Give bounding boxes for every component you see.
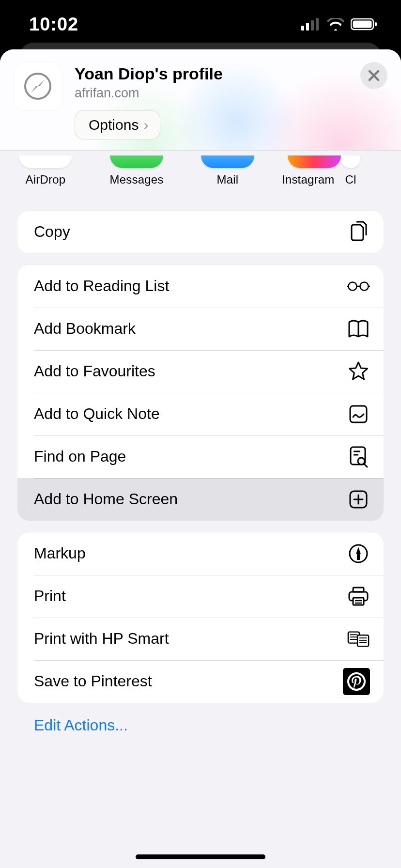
action-label: Markup	[34, 544, 86, 562]
hp-print-icon	[347, 627, 370, 651]
options-button[interactable]: Options ›	[75, 110, 160, 140]
action-save-pinterest[interactable]: Save to Pinterest	[17, 660, 384, 703]
action-label: Print with HP Smart	[34, 630, 169, 648]
svg-point-10	[348, 282, 356, 290]
share-target-more[interactable]: Cl	[336, 155, 365, 186]
battery-icon	[351, 18, 378, 31]
action-add-favourites[interactable]: Add to Favourites	[17, 350, 384, 393]
edit-actions-button[interactable]: Edit Actions...	[0, 708, 401, 734]
share-app-row[interactable]: AirDrop Messages Mail Instagram Cl	[0, 151, 401, 199]
printer-icon	[347, 585, 370, 608]
app-label: Instagram	[282, 173, 335, 186]
cellular-icon	[301, 18, 321, 31]
action-label: Add Bookmark	[34, 320, 136, 338]
pinterest-icon	[343, 668, 370, 695]
action-print[interactable]: Print	[17, 575, 384, 618]
mail-icon	[201, 155, 254, 168]
share-header: Yoan Diop's profile afrifan.com Options …	[0, 49, 401, 151]
action-add-bookmark[interactable]: Add Bookmark	[17, 308, 384, 350]
action-find-on-page[interactable]: Find on Page	[17, 435, 384, 478]
quick-note-icon	[347, 403, 370, 426]
svg-rect-5	[353, 21, 372, 28]
action-label: Add to Quick Note	[34, 405, 160, 423]
svg-rect-0	[301, 26, 304, 31]
svg-marker-9	[31, 86, 38, 93]
action-label: Save to Pinterest	[34, 672, 152, 690]
svg-point-11	[360, 282, 368, 290]
status-time: 10:02	[29, 14, 78, 35]
svg-line-20	[364, 464, 367, 467]
chevron-right-icon: ›	[143, 117, 148, 133]
app-label: Mail	[217, 173, 239, 186]
action-reading-list[interactable]: Add to Reading List	[17, 265, 384, 308]
instagram-icon	[288, 155, 341, 168]
action-label: Add to Reading List	[34, 277, 169, 295]
svg-rect-6	[375, 22, 377, 26]
plus-box-icon	[347, 488, 370, 511]
home-indicator[interactable]	[136, 854, 265, 859]
svg-rect-3	[316, 18, 319, 31]
svg-rect-28	[353, 598, 364, 605]
safari-app-icon	[14, 62, 62, 110]
app-label: AirDrop	[26, 173, 66, 186]
svg-rect-1	[306, 23, 309, 31]
share-sheet: Yoan Diop's profile afrifan.com Options …	[0, 49, 401, 868]
svg-rect-25	[357, 554, 360, 560]
share-target-instagram[interactable]: Instagram	[273, 155, 336, 186]
action-group-save: Add to Reading List Add Bookmark Add to …	[17, 265, 384, 521]
action-label: Add to Favourites	[34, 362, 155, 380]
copy-icon	[347, 220, 370, 244]
star-icon	[347, 360, 370, 383]
action-group-copy: Copy	[17, 211, 384, 253]
action-add-home-screen[interactable]: Add to Home Screen	[17, 478, 384, 521]
share-target-airdrop[interactable]: AirDrop	[0, 155, 91, 186]
action-group-tools: Markup Print Print with HP Smart	[17, 532, 384, 703]
app-icon-partial	[341, 155, 360, 168]
options-label: Options	[89, 117, 139, 133]
svg-marker-8	[38, 79, 45, 86]
glasses-icon	[347, 275, 370, 298]
action-markup[interactable]: Markup	[17, 532, 384, 575]
action-label: Find on Page	[34, 448, 126, 465]
airdrop-icon	[19, 155, 72, 168]
markup-icon	[347, 542, 370, 565]
action-label: Copy	[34, 223, 70, 241]
close-icon	[367, 69, 381, 82]
share-target-messages[interactable]: Messages	[91, 155, 182, 186]
share-subtitle: afrifan.com	[75, 86, 387, 101]
book-icon	[347, 317, 370, 341]
app-label: Cl	[345, 173, 356, 186]
find-icon	[347, 445, 370, 468]
action-quick-note[interactable]: Add to Quick Note	[17, 393, 384, 435]
action-copy[interactable]: Copy	[17, 211, 384, 253]
svg-rect-2	[311, 20, 314, 31]
share-target-mail[interactable]: Mail	[182, 155, 273, 186]
action-print-hp-smart[interactable]: Print with HP Smart	[17, 618, 384, 660]
action-label: Add to Home Screen	[34, 490, 178, 508]
status-bar: 10:02	[0, 0, 401, 48]
close-button[interactable]	[360, 62, 387, 89]
wifi-icon	[327, 18, 344, 31]
messages-icon	[110, 155, 163, 168]
app-label: Messages	[110, 173, 164, 186]
share-title: Yoan Diop's profile	[75, 64, 387, 84]
action-label: Print	[34, 587, 66, 605]
